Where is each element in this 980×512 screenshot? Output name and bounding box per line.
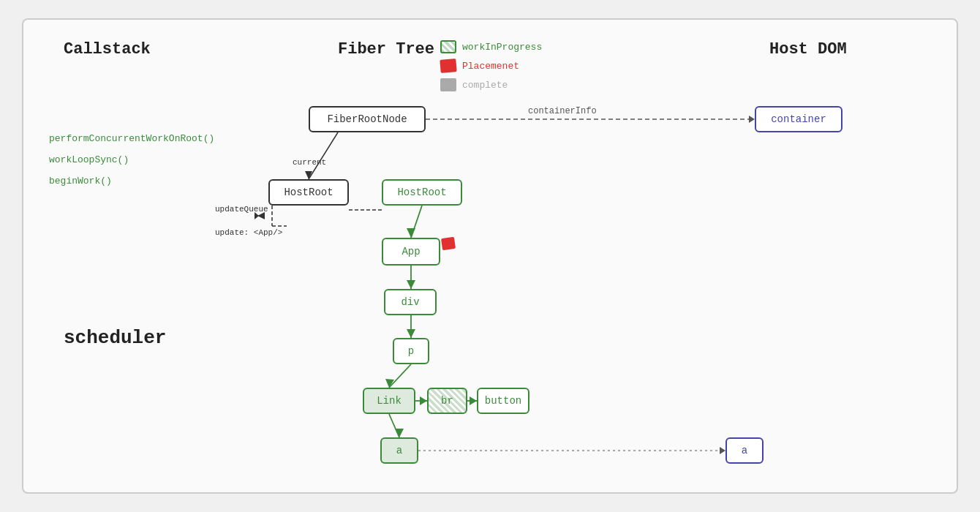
hostroot-left-node: HostRoot [268,179,349,206]
svg-line-13 [411,206,422,238]
main-canvas: Callstack Fiber Tree Host DOM workInProg… [22,18,958,494]
svg-line-3 [309,132,338,179]
complete-label: complete [462,80,508,91]
svg-line-25 [389,414,399,437]
svg-marker-20 [385,379,394,388]
svg-text:updateQueue: updateQueue [215,205,268,214]
app-node: App [382,238,440,266]
callstack-title: Callstack [64,40,151,59]
callstack-item-1: performConcurrentWorkOnRoot() [49,133,214,144]
svg-marker-14 [407,228,415,238]
svg-marker-26 [395,429,404,437]
svg-line-19 [389,364,411,388]
placement-icon [440,59,456,73]
p-node: p [393,338,429,364]
callstack-item-3: beginWork() [49,176,214,187]
fiber-root-node: FiberRootNode [309,106,426,132]
a-dom-node: a [725,437,764,464]
div-node: div [384,289,437,315]
svg-marker-28 [720,447,725,454]
br-node: br [427,388,467,414]
svg-marker-22 [420,396,427,405]
callstack-item-2: workLoopSync() [49,154,214,165]
hostroot-right-node: HostRoot [382,179,462,206]
scheduler-label: scheduler [64,327,166,349]
button-node: button [477,388,529,414]
complete-icon [440,78,456,91]
wip-label: workInProgress [462,42,542,53]
svg-marker-10 [255,212,259,219]
legend-placement: Placemenet [440,59,542,72]
placement-badge-app [441,237,456,250]
svg-text:update: <App/>: update: <App/> [215,228,282,237]
legend-complete: complete [440,78,542,91]
svg-marker-4 [305,171,312,179]
container-node: container [755,106,843,132]
fibertree-title: Fiber Tree [338,40,434,59]
svg-marker-24 [470,396,477,405]
svg-marker-7 [257,212,265,219]
placement-label: Placemenet [462,61,519,72]
svg-text:containerInfo: containerInfo [528,106,597,116]
a-fiber-node: a [380,437,418,464]
svg-marker-16 [407,280,415,289]
callstack-list: performConcurrentWorkOnRoot() workLoopSy… [49,133,214,187]
svg-text:current: current [293,158,326,167]
svg-marker-18 [407,329,415,338]
legend-wip: workInProgress [440,40,542,53]
link-node: Link [363,388,415,414]
wip-icon [440,40,456,53]
svg-marker-1 [749,116,755,123]
hostdom-title: Host DOM [769,40,847,59]
legend: workInProgress Placemenet complete [440,40,542,91]
